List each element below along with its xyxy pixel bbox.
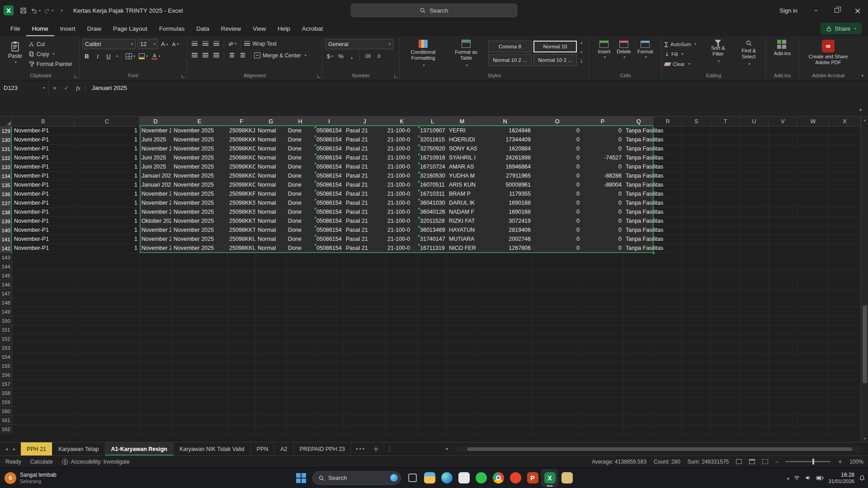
cell-X132[interactable] <box>829 154 861 163</box>
cell-L129[interactable]: 13710907 <box>418 127 447 136</box>
menu-tab-review[interactable]: Review <box>215 21 247 36</box>
cell-F130[interactable]: 25098KKK <box>227 136 256 145</box>
cell-P136[interactable]: 0 <box>582 190 624 199</box>
decrease-font-size-button[interactable]: A▾ <box>171 39 180 49</box>
insert-function-button[interactable]: fx <box>72 80 84 95</box>
cell-O148[interactable] <box>533 298 582 307</box>
cell-U160[interactable] <box>740 407 769 416</box>
cell-F145[interactable] <box>227 271 256 280</box>
cell-F153[interactable] <box>227 343 256 352</box>
row-header-152[interactable]: 152 <box>0 334 12 343</box>
cell-X159[interactable] <box>829 398 861 407</box>
cell-W134[interactable] <box>797 172 829 181</box>
cell-E143[interactable] <box>172 253 227 262</box>
cell-Q134[interactable]: Tanpa Fasilitas <box>624 172 654 181</box>
cell-X130[interactable] <box>829 136 861 145</box>
row-header-135[interactable]: 135 <box>0 181 12 190</box>
cell-L154[interactable] <box>418 352 447 361</box>
cell-T132[interactable] <box>711 154 740 163</box>
cell-F139[interactable]: 25098KKT <box>227 217 256 226</box>
cell-K130[interactable]: 21-100-0 <box>386 136 418 145</box>
cell-O137[interactable]: 0 <box>533 199 582 208</box>
cell-H152[interactable] <box>286 334 315 343</box>
sort-filter-button[interactable]: Sort & Filter ▾ <box>704 39 732 65</box>
cell-H145[interactable] <box>286 271 315 280</box>
cell-T131[interactable] <box>711 145 740 154</box>
cell-M147[interactable] <box>447 289 477 298</box>
cell-W157[interactable] <box>797 380 829 389</box>
cell-O149[interactable] <box>533 307 582 316</box>
redo-dropdown-icon[interactable]: ▾ <box>52 9 53 13</box>
cell-B139[interactable]: November-P1 <box>12 217 75 226</box>
cell-T156[interactable] <box>711 371 740 380</box>
cell-T145[interactable] <box>711 271 740 280</box>
column-header-G[interactable]: G <box>256 117 286 127</box>
cell-I135[interactable]: 05086154 <box>315 181 344 190</box>
cell-H144[interactable] <box>286 262 315 271</box>
cell-X143[interactable] <box>829 253 861 262</box>
cell-F159[interactable] <box>227 398 256 407</box>
row-header-138[interactable]: 138 <box>0 208 12 217</box>
font-color-button[interactable]: A ▾ <box>151 52 161 61</box>
cell-X156[interactable] <box>829 371 861 380</box>
cell-V131[interactable] <box>769 145 797 154</box>
row-header-136[interactable]: 136 <box>0 190 12 199</box>
cell-C144[interactable] <box>75 262 140 271</box>
cell-U158[interactable] <box>740 389 769 398</box>
cell-J158[interactable] <box>344 389 386 398</box>
formula-input[interactable]: Januari 2025 <box>87 84 868 91</box>
cell-J138[interactable]: Pasal 21 <box>344 208 386 217</box>
cell-S159[interactable] <box>682 398 711 407</box>
cell-W135[interactable] <box>797 181 829 190</box>
cell-S149[interactable] <box>682 307 711 316</box>
cell-M149[interactable] <box>447 307 477 316</box>
cell-B159[interactable] <box>12 398 75 407</box>
cell-W142[interactable] <box>797 244 829 253</box>
cell-Q148[interactable] <box>624 298 654 307</box>
cell-Q152[interactable] <box>624 334 654 343</box>
cell-G162[interactable] <box>256 425 286 434</box>
cell-Q129[interactable]: Tanpa Fasilitas <box>624 127 654 136</box>
cell-T135[interactable] <box>711 181 740 190</box>
cell-U148[interactable] <box>740 298 769 307</box>
row-header-131[interactable]: 131 <box>0 145 12 154</box>
cell-L157[interactable] <box>418 380 447 389</box>
cell-B145[interactable] <box>12 271 75 280</box>
cell-T143[interactable] <box>711 253 740 262</box>
horizontal-scrollbar-thumb[interactable] <box>467 447 852 451</box>
cell-G131[interactable]: Normal <box>256 145 286 154</box>
cell-X152[interactable] <box>829 334 861 343</box>
cell-T139[interactable] <box>711 217 740 226</box>
cell-P155[interactable] <box>582 361 624 371</box>
cell-H151[interactable] <box>286 325 315 334</box>
cell-N157[interactable] <box>477 380 533 389</box>
column-header-W[interactable]: W <box>797 117 829 127</box>
cell-B148[interactable] <box>12 298 75 307</box>
cell-K136[interactable]: 21-100-0 <box>386 190 418 199</box>
cell-B135[interactable]: November-P1 <box>12 181 75 190</box>
cell-X137[interactable] <box>829 199 861 208</box>
cell-I137[interactable]: 05086154 <box>315 199 344 208</box>
cell-I138[interactable]: 05086154 <box>315 208 344 217</box>
cell-F132[interactable]: 25098KKC <box>227 154 256 163</box>
cell-I152[interactable] <box>315 334 344 343</box>
cell-N146[interactable] <box>477 280 533 289</box>
comma-style-button[interactable]: , <box>347 52 356 61</box>
merge-center-button[interactable]: ↔ Merge & Center ▾ <box>254 51 307 60</box>
cell-O145[interactable] <box>533 271 582 280</box>
cell-M162[interactable] <box>447 425 477 434</box>
redo-button[interactable]: ▾ <box>42 4 54 17</box>
cell-M135[interactable]: ARIS KUN <box>447 181 477 190</box>
cell-G149[interactable] <box>256 307 286 316</box>
cell-N152[interactable] <box>477 334 533 343</box>
scroll-up-icon[interactable]: ▴ <box>861 118 868 122</box>
row-header-161[interactable]: 161 <box>0 416 12 425</box>
cell-C131[interactable]: 1 <box>75 145 140 154</box>
cell-L161[interactable] <box>418 416 447 425</box>
cell-N155[interactable] <box>477 361 533 371</box>
cell-P141[interactable]: 0 <box>582 235 624 244</box>
menu-tab-formulas[interactable]: Formulas <box>153 21 190 36</box>
cell-Q147[interactable] <box>624 289 654 298</box>
increase-font-size-button[interactable]: A▴ <box>160 39 169 49</box>
cell-C153[interactable] <box>75 343 140 352</box>
